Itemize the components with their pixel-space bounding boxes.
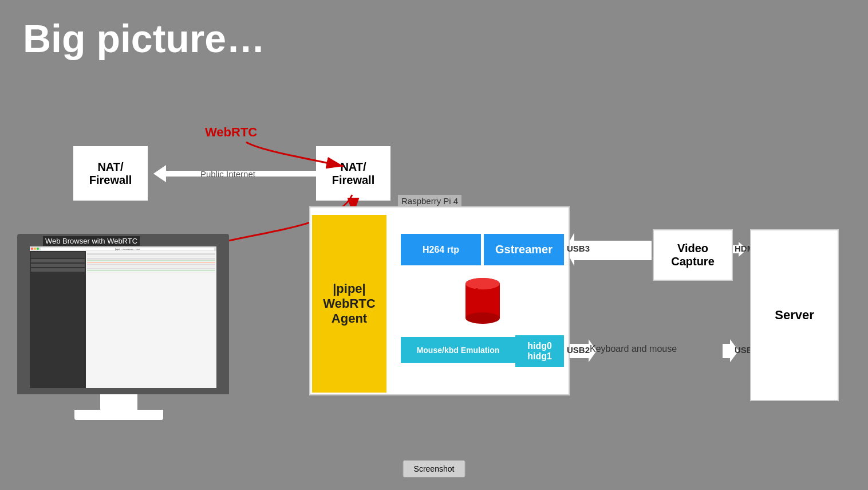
monitor-frame: |pipe| - mousecam - Live [17,234,229,394]
keys-label: Keys [469,285,500,300]
monitor-screen: |pipe| - mousecam - Live [17,234,229,394]
kbd-mouse-label: Keyboard and mouse [590,344,677,354]
page-title: Big picture… [23,16,265,61]
svg-point-24 [465,312,500,324]
h264-box: H264 rtp [401,234,481,265]
hidg-box: hidg0hidg1 [515,335,564,367]
monitor-stand [100,394,137,410]
nat-firewall-left: NAT/Firewall [73,146,148,201]
monitor-feet [74,410,163,420]
mouse-emulation-box: Mouse/kbd Emulation [401,337,515,363]
keys-cylinder [463,275,503,329]
rpi-label: Raspberry Pi 4 [398,195,461,207]
usb2-label: USB2 [567,345,590,355]
gstreamer-box: Gstreamer [484,234,564,265]
pipe-agent-box: |pipe|WebRTCAgent [312,215,386,393]
browser-content: |pipe| - mousecam - Live [30,246,216,387]
server-box: Server [750,229,839,401]
nat-firewall-right: NAT/Firewall [316,146,390,201]
screenshot-button[interactable]: Screenshot [403,460,465,477]
usb3-label: USB3 [567,244,590,253]
webrtc-label: WebRTC [205,125,257,140]
browser-label: Web Browser with WebRTC [43,236,140,246]
video-capture-box: VideoCapture [653,229,733,281]
